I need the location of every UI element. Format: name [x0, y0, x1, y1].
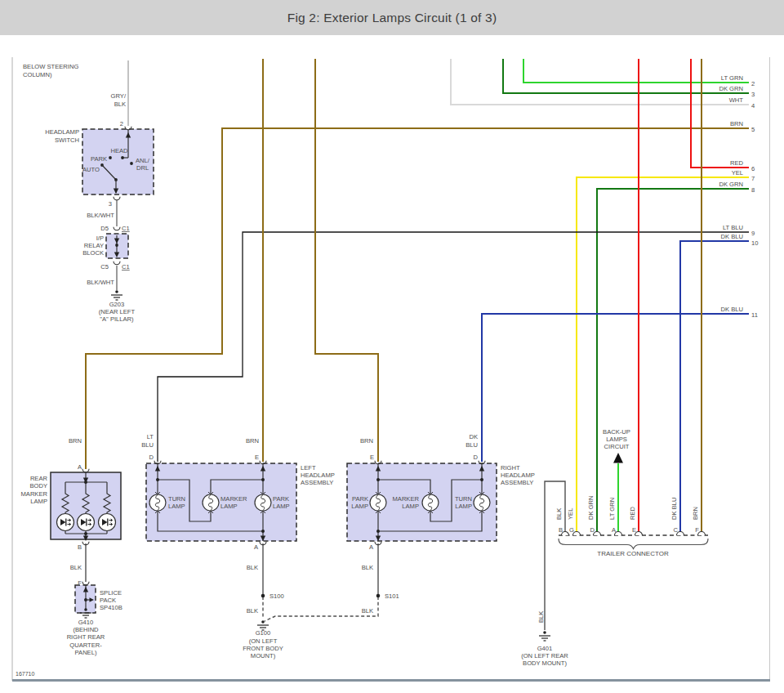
trailer-wire-dkgrn: DK GRN: [587, 495, 595, 520]
splice-s101: [376, 594, 381, 598]
switch-pos-anl: ANL/: [136, 157, 150, 164]
left-blk-label: BLK: [247, 564, 258, 571]
left-pin-e: E: [255, 454, 259, 461]
left-feed-ltblu-label-2: BLU: [141, 441, 154, 449]
switch-contact-head: [121, 156, 124, 159]
right-park-lamp-label: PARK: [352, 495, 368, 503]
splice-s101-label: S101: [385, 592, 399, 600]
rear-marker-label-2: BODY: [29, 482, 47, 490]
rear-marker-blk-label: BLK: [70, 564, 82, 571]
note-below-steering: BELOW STEERING: [23, 63, 78, 70]
left-turn-lamp-label: TURN: [168, 495, 185, 503]
splice-pack-label-3: SP410B: [100, 604, 122, 611]
trailer-pin-e: E: [632, 526, 636, 534]
right-pin-d: D: [474, 454, 479, 461]
right-turn-lamp-label: TURN: [455, 495, 472, 503]
pin11-number: 11: [751, 311, 758, 319]
right-feed-dkblu-label-2: BLU: [466, 441, 478, 449]
rear-marker-pin-b: B: [78, 543, 82, 551]
splice-s100: [261, 594, 265, 598]
trailer-wire-ltgrn: LT GRN: [608, 498, 616, 520]
ground-g100-id: G100: [256, 629, 271, 637]
rear-marker-label: REAR: [30, 475, 48, 482]
left-pin-d: D: [149, 454, 154, 461]
left-marker-lamp-label: MARKER: [220, 495, 247, 503]
relay-conn-c1-bottom: C1: [122, 263, 130, 270]
ground-g401-id: G401: [537, 645, 553, 652]
switch-contact-park: [109, 156, 112, 159]
figure-id: 167710: [16, 671, 34, 677]
left-park-lamp-label: PARK: [273, 495, 289, 503]
pin6-wire-label: RED: [730, 159, 744, 167]
note-below-steering-2: COLUMN): [23, 71, 52, 78]
right-blk-label-2: BLK: [362, 607, 373, 615]
right-marker-lamp-label: MARKER: [393, 495, 420, 503]
ground-g410-loc-3: QUARTER-: [69, 642, 102, 649]
switch-contact-anl-drl: [130, 162, 133, 165]
ground-g100-loc-3: MOUNT): [251, 652, 276, 659]
rear-feed-brn-label: BRN: [69, 437, 82, 445]
pin4-wire-label: WHT: [729, 96, 744, 104]
ground-g203-loc: (NEAR LEFT: [99, 308, 136, 315]
ground-g100-loc-2: FRONT BODY: [243, 645, 283, 652]
right-assembly-label-3: ASSEMBLY: [501, 479, 533, 486]
trailer-wire-brn: BRN: [692, 507, 699, 520]
rear-marker-pin-a: A: [78, 463, 82, 471]
trailer-wire-red: RED: [629, 506, 636, 520]
pin10-number: 10: [751, 239, 758, 247]
pin8-wire-label: DK GRN: [719, 181, 743, 188]
pin11-wire-label: DK BLU: [721, 306, 743, 313]
right-feed-brn-label: BRN: [360, 437, 373, 445]
wire-lt-grn-pin2: [523, 59, 749, 83]
ground-g410-id: G410: [78, 619, 94, 626]
wiring-diagram: BELOW STEERING COLUMN) GRY/ BLK HEADLAMP…: [0, 0, 784, 693]
pin10-wire-label: DK BLU: [721, 233, 743, 240]
left-park-lamp-label-2: LAMP: [273, 503, 290, 510]
led-lamp-1: [57, 514, 74, 531]
wire-label-gry: GRY/: [111, 92, 127, 100]
right-blk-label: BLK: [362, 564, 373, 571]
right-feed-dkblu-label: DK: [469, 433, 478, 440]
right-assembly-label-2: HEADLAMP: [501, 472, 535, 479]
pin6-number: 6: [751, 165, 755, 172]
trailer-pin-c: C: [674, 526, 679, 534]
left-feed-ltblu-label: LT: [147, 433, 154, 440]
ground-g410-loc: (BEHIND: [73, 626, 99, 633]
wire-dk-grn-pin3: [503, 59, 749, 93]
relay-pin-c5: C5: [100, 263, 109, 270]
left-assembly-label: LEFT: [301, 464, 316, 472]
rear-marker-pin-f: F: [78, 579, 82, 587]
wire-blk-trailer-ground: [545, 481, 565, 630]
trailer-pin-g: G: [569, 526, 574, 534]
switch-pin-2: 2: [120, 120, 123, 127]
left-turn-lamp-label-2: LAMP: [168, 503, 185, 510]
right-turn-lamp-label-2: LAMP: [455, 503, 472, 510]
right-pin-e: E: [370, 454, 374, 461]
ground-g203-id: G203: [109, 301, 125, 308]
pin4-number: 4: [751, 102, 755, 110]
pin9-wire-label: LT BLU: [723, 224, 743, 231]
pin9-number: 9: [751, 230, 755, 237]
left-assembly-label-3: ASSEMBLY: [301, 479, 333, 486]
pin2-wire-label: LT GRN: [721, 74, 743, 82]
left-feed-brn-label: BRN: [246, 437, 259, 445]
wire-label-gry-blk: BLK: [114, 101, 126, 108]
right-marker-lamp-label-2: LAMP: [402, 503, 419, 510]
rear-marker-label-4: LAMP: [30, 498, 47, 505]
left-marker-lamp-label-2: LAMP: [220, 503, 238, 510]
wire-label-blk-wht-2: BLK/WHT: [87, 279, 114, 286]
pin3-number: 3: [751, 91, 755, 98]
ground-g203-symbol: [111, 290, 122, 300]
headlamp-switch-label-2: SWITCH: [55, 136, 79, 144]
left-assembly-label-2: HEADLAMP: [301, 472, 335, 479]
rear-marker-label-3: MARKER: [21, 490, 48, 498]
pin7-number: 7: [751, 175, 755, 182]
right-park-lamp-label-2: LAMP: [351, 503, 368, 510]
trailer-pin-d: D: [590, 526, 595, 534]
trailer-connector-label: TRAILER CONNECTOR: [597, 550, 669, 557]
led-lamp-2: [78, 514, 95, 531]
ground-g410-loc-4: PANEL): [75, 649, 97, 656]
trailer-wire-blk: BLK: [555, 508, 563, 520]
trailer-connector-brace: [559, 539, 708, 549]
trailer-pin-f: F: [695, 526, 699, 534]
